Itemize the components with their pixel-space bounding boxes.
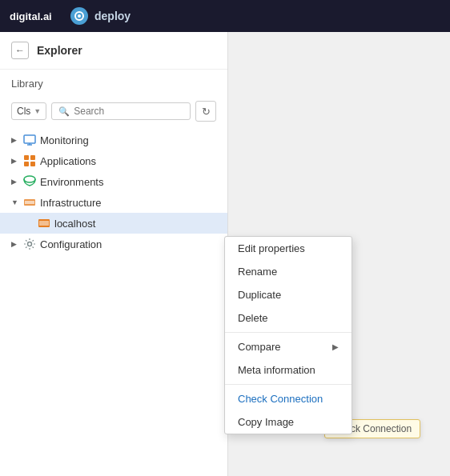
cls-dropdown[interactable]: Cls ▼ bbox=[11, 102, 46, 120]
topbar-deploy-text: deploy bbox=[94, 10, 131, 22]
context-menu: Edit properties Rename Duplicate Delete … bbox=[224, 236, 352, 434]
svg-point-10 bbox=[24, 176, 35, 182]
refresh-icon: ↻ bbox=[202, 106, 211, 118]
svg-rect-6 bbox=[24, 155, 29, 160]
meta-information-label: Meta information bbox=[238, 364, 315, 376]
svg-rect-8 bbox=[24, 162, 29, 166]
expand-arrow-monitoring bbox=[11, 136, 19, 144]
tree-label-infrastructure: Infrastructure bbox=[40, 197, 102, 209]
applications-icon bbox=[22, 154, 37, 168]
context-menu-rename[interactable]: Rename bbox=[225, 260, 352, 283]
search-icon: 🔍 bbox=[58, 106, 70, 117]
context-menu-separator-1 bbox=[225, 332, 352, 333]
rename-label: Rename bbox=[238, 266, 277, 278]
search-input-wrap: 🔍 bbox=[51, 102, 191, 120]
svg-text:digital.ai: digital.ai bbox=[10, 10, 52, 22]
explorer-header: ← Explorer bbox=[0, 32, 227, 70]
library-section: Library bbox=[0, 70, 227, 101]
context-menu-duplicate[interactable]: Duplicate bbox=[225, 283, 352, 306]
tree-item-applications[interactable]: Applications bbox=[0, 150, 227, 171]
context-menu-copy-image[interactable]: Copy Image bbox=[225, 410, 352, 434]
localhost-icon bbox=[37, 216, 51, 230]
edit-properties-label: Edit properties bbox=[238, 242, 305, 254]
context-menu-separator-2 bbox=[225, 384, 352, 385]
sidebar: ← Explorer Library Cls ▼ 🔍 ↻ bbox=[0, 32, 228, 476]
expand-arrow-configuration bbox=[11, 240, 19, 248]
cls-dropdown-arrow: ▼ bbox=[34, 107, 41, 115]
svg-rect-9 bbox=[30, 162, 35, 166]
context-menu-compare[interactable]: Compare ▶ bbox=[225, 335, 352, 358]
copy-image-label: Copy Image bbox=[238, 416, 294, 428]
digitalai-logo: digital.ai bbox=[10, 8, 64, 24]
expand-arrow-infrastructure bbox=[11, 198, 19, 206]
library-title: Library bbox=[11, 78, 216, 90]
context-menu-check-connection[interactable]: Check Connection bbox=[225, 387, 352, 410]
tree-item-infrastructure[interactable]: Infrastructure bbox=[0, 192, 227, 213]
search-bar: Cls ▼ 🔍 ↻ bbox=[0, 101, 227, 122]
context-menu-edit-properties[interactable]: Edit properties bbox=[225, 237, 352, 260]
svg-point-2 bbox=[78, 14, 81, 18]
monitor-icon bbox=[22, 133, 37, 147]
compare-label: Compare bbox=[238, 341, 280, 353]
tree: Monitoring Applications bbox=[0, 128, 227, 476]
topbar-logo: digital.ai bbox=[10, 8, 64, 24]
expand-arrow-environments bbox=[11, 178, 19, 186]
context-menu-meta-information[interactable]: Meta information bbox=[225, 358, 352, 382]
tree-label-monitoring: Monitoring bbox=[40, 134, 89, 146]
tree-item-localhost[interactable]: localhost bbox=[0, 213, 227, 234]
environments-icon bbox=[22, 174, 37, 189]
tree-label-localhost: localhost bbox=[54, 218, 95, 230]
tree-item-environments[interactable]: Environments bbox=[0, 171, 227, 192]
compare-submenu-arrow: ▶ bbox=[332, 342, 339, 351]
back-button[interactable]: ← bbox=[11, 42, 29, 59]
configuration-icon bbox=[22, 237, 37, 251]
tree-label-applications: Applications bbox=[40, 155, 96, 167]
explorer-title: Explorer bbox=[37, 44, 82, 57]
check-connection-label: Check Connection bbox=[238, 393, 323, 405]
svg-point-25 bbox=[28, 242, 32, 246]
svg-rect-7 bbox=[30, 155, 35, 160]
refresh-button[interactable]: ↻ bbox=[195, 101, 216, 122]
context-menu-delete[interactable]: Delete bbox=[225, 306, 352, 330]
tree-item-monitoring[interactable]: Monitoring bbox=[0, 130, 227, 150]
tree-label-environments: Environments bbox=[40, 176, 103, 188]
topbar: digital.ai deploy bbox=[0, 0, 450, 32]
duplicate-label: Duplicate bbox=[238, 289, 281, 301]
svg-rect-3 bbox=[24, 135, 35, 143]
tree-item-configuration[interactable]: Configuration bbox=[0, 234, 227, 254]
delete-label: Delete bbox=[238, 312, 268, 324]
deploy-symbol bbox=[74, 10, 85, 22]
infrastructure-icon bbox=[22, 195, 37, 210]
expand-arrow-applications bbox=[11, 157, 19, 165]
search-input[interactable] bbox=[74, 106, 183, 117]
cls-label: Cls bbox=[17, 106, 30, 117]
tree-label-configuration: Configuration bbox=[40, 238, 102, 250]
deploy-icon-circle bbox=[70, 7, 88, 25]
